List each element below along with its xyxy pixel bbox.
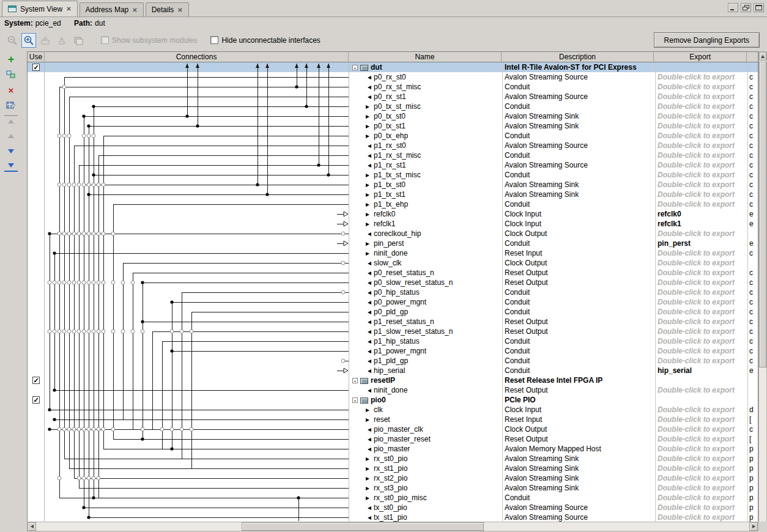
export-cell[interactable]: Double-click to export — [656, 199, 748, 209]
interface-row[interactable]: rx_st1_pioAvalon Streaming SinkDouble-cl… — [350, 464, 758, 473]
horizontal-scrollbar[interactable] — [27, 522, 758, 531]
add-connection-button[interactable] — [4, 69, 18, 80]
show-subsystem-checkbox[interactable] — [101, 36, 109, 44]
export-cell[interactable]: Double-click to export — [656, 464, 748, 473]
export-cell[interactable]: refclk1 — [656, 219, 748, 229]
export-cell[interactable]: Double-click to export — [656, 405, 748, 415]
column-header-name[interactable]: Name — [349, 52, 502, 62]
export-cell[interactable]: Double-click to export — [656, 385, 748, 395]
export-cell[interactable]: Double-click to export — [656, 473, 748, 483]
export-cell[interactable]: Double-click to export — [656, 180, 748, 190]
export-cell[interactable]: Double-click to export — [656, 307, 748, 317]
export-cell[interactable]: Double-click to export — [656, 248, 748, 258]
column-header-description[interactable]: Description — [502, 52, 654, 62]
move-up-button[interactable] — [4, 130, 18, 141]
column-header-export[interactable]: Export — [654, 52, 747, 62]
minimize-button[interactable] — [728, 3, 738, 12]
interface-row[interactable]: pio_masterAvalon Memory Mapped HostDoubl… — [350, 444, 758, 454]
tab-close-icon[interactable]: ✕ — [177, 7, 182, 13]
scroll-right-button[interactable] — [749, 522, 758, 531]
remove-dangling-exports-button[interactable]: Remove Dangling Exports — [654, 32, 760, 48]
export-cell[interactable]: Double-click to export — [656, 278, 748, 287]
zoom-in-button[interactable] — [21, 33, 36, 48]
export-cell[interactable]: Double-click to export — [656, 346, 748, 356]
export-cell[interactable]: Double-click to export — [656, 512, 748, 522]
move-bottom-button[interactable] — [4, 161, 18, 172]
export-cell[interactable]: Double-click to export — [656, 258, 748, 268]
export-cell[interactable]: Double-click to export — [656, 336, 748, 346]
export-cell[interactable]: Double-click to export — [656, 434, 748, 444]
export-cell[interactable]: Double-click to export — [656, 268, 748, 278]
export-cell[interactable]: Double-click to export — [656, 102, 748, 111]
tab-address-map[interactable]: Address Map ✕ — [80, 2, 144, 17]
export-cell[interactable]: pin_perst — [656, 238, 748, 248]
module-row[interactable]: -resetIPReset Release Intel FPGA IP — [350, 375, 758, 385]
zoom-out-button[interactable] — [5, 33, 20, 48]
move-top-button[interactable] — [4, 115, 18, 126]
move-down-button[interactable] — [4, 146, 18, 157]
expand-view-button[interactable] — [54, 33, 69, 48]
interface-row[interactable]: p0_tx_st0Avalon Streaming SinkDouble-cli… — [350, 111, 758, 121]
fit-view-button[interactable] — [38, 33, 53, 48]
export-cell[interactable]: Double-click to export — [656, 493, 748, 503]
use-checkbox[interactable]: ✓ — [32, 64, 40, 71]
interface-row[interactable]: p1_tx_st0Avalon Streaming SinkDouble-cli… — [350, 180, 758, 190]
export-cell[interactable]: Double-click to export — [656, 356, 748, 366]
interface-row[interactable]: p1_tx_ehpConduitDouble-click to exportc — [350, 199, 758, 209]
export-cell[interactable]: Double-click to export — [656, 82, 748, 92]
collapse-icon[interactable]: - — [352, 378, 358, 383]
interface-row[interactable]: clkClock InputDouble-click to exportd — [350, 405, 758, 415]
export-cell[interactable]: Double-click to export — [656, 170, 748, 180]
interface-row[interactable]: p0_tx_st1Avalon Streaming SinkDouble-cli… — [350, 121, 758, 131]
interface-row[interactable]: rx_st0_pioAvalon Streaming SinkDouble-cl… — [350, 454, 758, 464]
interface-row[interactable]: p1_pld_gpConduitDouble-click to exportc — [350, 356, 758, 366]
interface-row[interactable]: p1_rx_st0Avalon Streaming SourceDouble-c… — [350, 141, 758, 150]
interface-row[interactable]: rx_st2_pioAvalon Streaming SinkDouble-cl… — [350, 473, 758, 483]
collapse-icon[interactable]: - — [352, 65, 358, 70]
column-header-connections[interactable]: Connections — [45, 52, 349, 62]
connections-diagram[interactable] — [45, 62, 349, 522]
export-cell[interactable]: Double-click to export — [656, 454, 748, 464]
interface-row[interactable]: rx_st0_pio_miscConduitDouble-click to ex… — [350, 493, 758, 503]
export-cell[interactable]: Double-click to export — [656, 287, 748, 297]
interface-row[interactable]: pio_master_clkClock OutputDouble-click t… — [350, 424, 758, 434]
interface-row[interactable]: p1_rx_st_miscConduitDouble-click to expo… — [350, 150, 758, 160]
remove-button[interactable]: × — [4, 84, 18, 95]
interface-row[interactable]: pio_master_resetReset OutputDouble-click… — [350, 434, 758, 444]
export-cell[interactable]: Double-click to export — [656, 317, 748, 327]
export-cell[interactable]: Double-click to export — [656, 483, 748, 493]
export-cell[interactable]: Double-click to export — [656, 72, 748, 82]
export-cell[interactable]: Double-click to export — [656, 190, 748, 199]
edit-export-button[interactable] — [4, 100, 18, 111]
interface-row[interactable]: p0_slow_reset_status_nReset OutputDouble… — [350, 278, 758, 287]
export-cell[interactable]: Double-click to export — [656, 503, 748, 512]
interface-row[interactable]: p0_tx_st_miscConduitDouble-click to expo… — [350, 102, 758, 111]
export-cell[interactable]: Double-click to export — [656, 424, 748, 434]
hide-unconnectable-checkbox[interactable] — [210, 36, 218, 44]
export-cell[interactable]: Double-click to export — [656, 444, 748, 454]
add-button[interactable]: + — [4, 54, 18, 65]
interface-row[interactable]: ninit_doneReset InputDouble-click to exp… — [350, 248, 758, 258]
interface-row[interactable]: p1_tx_st1Avalon Streaming SinkDouble-cli… — [350, 190, 758, 199]
tab-close-icon[interactable]: ✕ — [132, 7, 137, 13]
use-checkbox[interactable]: ✓ — [32, 396, 40, 404]
export-cell[interactable]: Double-click to export — [656, 160, 748, 170]
tab-system-view[interactable]: System View ✕ — [2, 1, 78, 17]
tab-details[interactable]: Details ✕ — [146, 2, 189, 17]
interface-row[interactable]: p1_hip_statusConduitDouble-click to expo… — [350, 336, 758, 346]
interface-row[interactable]: p0_reset_status_nReset OutputDouble-clic… — [350, 268, 758, 278]
use-checkbox[interactable]: ✓ — [32, 377, 40, 384]
scroll-left-button[interactable] — [28, 522, 36, 531]
interface-row[interactable]: p1_slow_reset_status_nReset OutputDouble… — [350, 327, 758, 336]
collapse-icon[interactable]: - — [352, 397, 358, 403]
interface-row[interactable]: p1_rx_st1Avalon Streaming SourceDouble-c… — [350, 160, 758, 170]
interface-row[interactable]: p0_hip_statusConduitDouble-click to expo… — [350, 287, 758, 297]
tab-close-icon[interactable]: ✕ — [66, 6, 71, 12]
interface-row[interactable]: p0_power_mgntConduitDouble-click to expo… — [350, 297, 758, 307]
interface-row[interactable]: refclk0Clock Inputrefclk0e — [350, 209, 758, 219]
interface-row[interactable]: p0_rx_st_miscConduitDouble-click to expo… — [350, 82, 758, 92]
interface-row[interactable]: ninit_doneReset OutputDouble-click to ex… — [350, 385, 758, 395]
interface-row[interactable]: rx_st3_pioAvalon Streaming SinkDouble-cl… — [350, 483, 758, 493]
interface-row[interactable]: p0_pld_gpConduitDouble-click to exportc — [350, 307, 758, 317]
capture-view-button[interactable] — [71, 33, 86, 48]
